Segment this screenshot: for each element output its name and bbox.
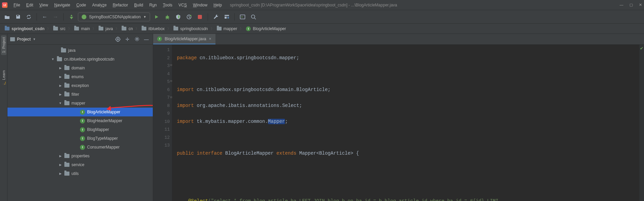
close-icon[interactable]: ✕ [639,3,642,7]
tree-label: utils [71,171,79,176]
menu-file[interactable]: File [11,1,23,9]
interface-icon: I [80,145,85,150]
crumb-cn[interactable]: cn [120,26,134,32]
tree-node[interactable]: ▼cn.itbluebox.springbootcsdn [7,55,153,64]
tree-arrow-icon[interactable]: ▶ [58,66,62,70]
code-editor[interactable]: package cn.itbluebox.springbootcsdn.mapp… [172,45,639,201]
editor-tabs: I BlogArticleMapper.java × [153,34,644,45]
folder-icon [64,92,69,96]
minimize-icon[interactable]: — [620,3,623,7]
hide-icon[interactable]: — [143,36,150,43]
project-panel: Project ▼ — ▶java▼cn.itbluebox.springboo… [7,34,153,201]
tree-node[interactable]: ▶IBlogMapper [7,125,153,134]
tree-node[interactable]: ▶filter [7,90,153,99]
forward-icon[interactable]: → [51,13,60,21]
tree-node[interactable]: ▶IConsumerMapper [7,143,153,152]
crumb-class[interactable]: IBlogArticleMapper [245,26,287,32]
tree-label: BlogMapper [87,127,109,132]
collapse-icon[interactable] [124,36,131,43]
menu-help[interactable]: Help [211,1,225,9]
tree-node[interactable]: ▶java [7,46,153,55]
back-icon[interactable]: ← [40,13,49,21]
menu-navigate[interactable]: Navigate [51,1,73,9]
sync-icon[interactable] [24,13,33,21]
crumb-root[interactable]: springboot_csdn [3,26,46,32]
save-all-icon[interactable] [14,13,22,21]
menu-vcs[interactable]: VCS [176,1,190,9]
crumb-itbluebox[interactable]: itbluebox [140,26,166,32]
menu-tools[interactable]: Tools [160,1,175,9]
line-gutter[interactable]: ⊟ ⊟ ⊟ 12345678910111213 [153,45,172,201]
coverage-icon[interactable] [174,13,183,21]
crumb-springbootcsdn[interactable]: springbootcsdn [172,26,209,32]
svg-point-10 [116,37,120,41]
tree-arrow-icon[interactable]: ▶ [58,163,62,166]
folder-icon [64,84,69,88]
maximize-icon[interactable]: ▢ [629,3,633,7]
tree-node[interactable]: ▶enums [7,72,153,81]
sidetab-project[interactable]: 1: Project [1,35,6,55]
tree-node[interactable]: ▶IBlogTypeMapper [7,134,153,143]
crumb-mapper[interactable]: mapper [215,26,239,32]
stop-icon[interactable] [195,13,204,21]
menu-view[interactable]: View [37,1,51,9]
menu-window[interactable]: Window [190,1,210,9]
tree-arrow-icon[interactable]: ▶ [58,84,62,87]
folder-icon [64,101,69,105]
build-icon[interactable] [67,13,76,21]
run-anything-icon[interactable] [238,13,247,21]
menu-code[interactable]: Code [74,1,89,9]
menu-analyze[interactable]: Analyze [89,1,109,9]
menu-refactor[interactable]: Refactor [110,1,131,9]
tree-arrow-icon[interactable]: ▼ [51,58,55,61]
tree-node[interactable]: ▶service [7,160,153,169]
svg-rect-5 [225,17,227,19]
run-config-dropdown[interactable]: SpringBootCSDNApplication ▼ [78,13,150,21]
interface-icon: I [157,37,162,41]
crumb-src[interactable]: src [52,26,67,32]
project-title: Project [17,37,31,42]
crumb-java[interactable]: java [97,26,114,32]
sidetab-learn[interactable]: 🎓Learn [1,68,6,88]
project-structure-icon[interactable] [222,13,231,21]
tree-label: BlogHeaderMapper [87,118,122,123]
tree-arrow-icon[interactable]: ▼ [58,102,62,105]
profile-icon[interactable] [185,13,193,21]
menu-run[interactable]: Run [147,1,160,9]
interface-icon: I [80,127,85,132]
tree-node[interactable]: ▶IBlogHeaderMapper [7,116,153,125]
window-title: springboot_csdn [D:\AProgramWorkSpace\id… [230,3,620,7]
title-bar: IJ File Edit View Navigate Code Analyze … [0,0,644,10]
tree-label: BlogTypeMapper [87,136,118,141]
open-icon[interactable] [3,13,12,21]
folder-icon [64,66,69,70]
inspection-gutter[interactable]: ✔ [639,45,644,201]
tree-node[interactable]: ▶utils [7,169,153,178]
project-tree[interactable]: ▶java▼cn.itbluebox.springbootcsdn▶domain… [7,45,153,201]
crumb-main[interactable]: main [73,26,91,32]
tree-label: exception [71,83,89,88]
tree-node[interactable]: ▶properties [7,152,153,160]
close-tab-icon[interactable]: × [209,37,211,41]
tree-arrow-icon[interactable]: ▶ [58,93,62,96]
tree-arrow-icon[interactable]: ▶ [58,172,62,175]
menu-edit[interactable]: Edit [23,1,36,9]
wrench-icon[interactable] [211,13,220,21]
tree-node[interactable]: ▶exception [7,81,153,90]
search-icon[interactable] [249,13,258,21]
menu-build[interactable]: Build [131,1,146,9]
run-icon[interactable] [152,13,161,21]
tree-arrow-icon[interactable]: ▶ [58,75,62,79]
tree-node[interactable]: ▶domain [7,64,153,72]
target-icon[interactable] [114,36,122,43]
gear-icon[interactable] [133,36,141,43]
tree-node[interactable]: ▶IBlogArticleMapper [7,108,153,116]
intellij-icon: IJ [2,2,7,8]
folder-icon [64,172,69,176]
run-config-label: SpringBootCSDNApplication [89,15,141,19]
tab-blogarticlemapper[interactable]: I BlogArticleMapper.java × [153,34,215,44]
tree-arrow-icon[interactable]: ▶ [58,154,62,158]
debug-icon[interactable] [163,13,172,21]
tree-node[interactable]: ▼mapper [7,99,153,108]
tree-label: domain [71,66,85,70]
